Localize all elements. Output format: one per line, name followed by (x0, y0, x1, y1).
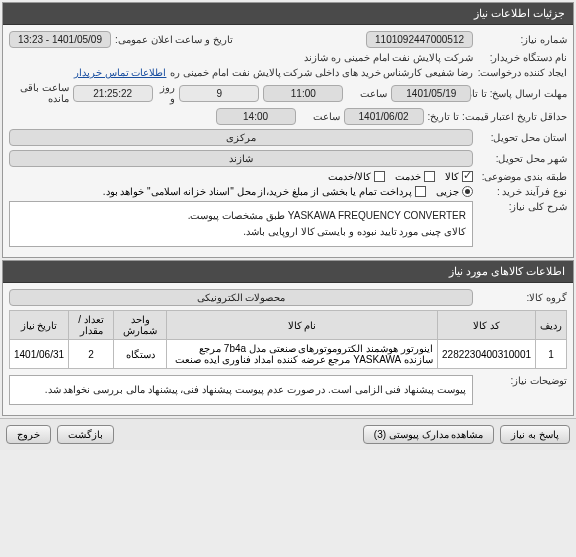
need-desc-box: YASKAWA FREQUENCY CONVERTER طبق مشخصات پ… (9, 201, 473, 247)
col-unit: واحد شمارش (114, 311, 167, 340)
process-partial-label: جزیی (436, 186, 459, 197)
price-validity-date: 1401/06/02 (344, 108, 424, 125)
price-validity-time: 14:00 (216, 108, 296, 125)
requester-value: رضا شفیعی کارشناس خرید های داخلی شرکت پا… (170, 67, 473, 78)
cell-code: 2282230400310001 (438, 340, 536, 369)
col-row: ردیف (536, 311, 567, 340)
announce-datetime-value: 1401/05/09 - 13:23 (9, 31, 111, 48)
process-note-label: پرداخت تمام یا بخشی از مبلغ خرید،از محل … (103, 186, 412, 197)
checkbox-note-icon (415, 186, 426, 197)
need-number-value: 1101092447000512 (366, 31, 473, 48)
group-value: محصولات الکترونیکی (9, 289, 473, 306)
back-button[interactable]: بازگشت (57, 425, 114, 444)
time-remaining-value: 21:25:22 (73, 85, 153, 102)
category-label: طبقه بندی موضوعی: (477, 171, 567, 182)
panel-header-details: جزئیات اطلاعات نیاز (3, 3, 573, 25)
col-name: نام کالا (167, 311, 438, 340)
announce-datetime-label: تاریخ و ساعت اعلان عمومی: (115, 34, 233, 45)
category-goods[interactable]: کالا (445, 171, 473, 182)
deadline-time-label: ساعت (347, 88, 387, 99)
process-note-check[interactable]: پرداخت تمام یا بخشی از مبلغ خرید،از محل … (103, 186, 426, 197)
days-left-value: 9 (179, 85, 259, 102)
category-group: کالا خدمت کالا/خدمت (328, 171, 473, 182)
buyer-org-label: نام دستگاه خریدار: (477, 52, 567, 63)
items-panel: اطلاعات کالاهای مورد نیاز گروه کالا: محص… (2, 260, 574, 416)
cell-date: 1401/06/31 (10, 340, 69, 369)
cell-idx: 1 (536, 340, 567, 369)
attachments-button[interactable]: مشاهده مدارک پیوستی (3) (363, 425, 495, 444)
cell-qty: 2 (69, 340, 114, 369)
col-code: کد کالا (438, 311, 536, 340)
panel-body-items: گروه کالا: محصولات الکترونیکی ردیف کد کا… (3, 283, 573, 415)
table-header-row: ردیف کد کالا نام کالا واحد شمارش تعداد /… (10, 311, 567, 340)
items-table: ردیف کد کالا نام کالا واحد شمارش تعداد /… (9, 310, 567, 369)
group-label: گروه کالا: (477, 292, 567, 303)
notes-box: پیوست پیشنهاد فنی الزامی است. در صورت عد… (9, 375, 473, 405)
process-group: جزیی پرداخت تمام یا بخشی از مبلغ خرید،از… (103, 186, 473, 197)
panel-header-items: اطلاعات کالاهای مورد نیاز (3, 261, 573, 283)
contact-buyer-link[interactable]: اطلاعات تماس خریدار (74, 67, 167, 78)
exit-button[interactable]: خروج (6, 425, 51, 444)
days-left-mid: روز و (157, 82, 176, 104)
radio-partial-icon (462, 186, 473, 197)
price-validity-label: حداقل تاریخ اعتبار قیمت: تا تاریخ: (428, 111, 567, 122)
deadline-date-value: 1401/05/19 (391, 85, 471, 102)
notes-label: توضیحات نیاز: (477, 375, 567, 386)
footer-toolbar: پاسخ به نیاز مشاهده مدارک پیوستی (3) باز… (0, 418, 576, 450)
category-service-label: خدمت (395, 171, 421, 182)
city-value: شازند (9, 150, 473, 167)
checkbox-goods-icon (462, 171, 473, 182)
requester-label: ایجاد کننده درخواست: (477, 67, 567, 78)
category-goods-service[interactable]: کالا/خدمت (328, 171, 385, 182)
reply-button[interactable]: پاسخ به نیاز (500, 425, 570, 444)
col-date: تاریخ نیاز (10, 311, 69, 340)
province-label: استان محل تحویل: (477, 132, 567, 143)
panel-body-details: شماره نیاز: 1101092447000512 تاریخ و ساع… (3, 25, 573, 257)
category-goods-service-label: کالا/خدمت (328, 171, 371, 182)
process-partial[interactable]: جزیی (436, 186, 473, 197)
cell-unit: دستگاه (114, 340, 167, 369)
need-details-panel: جزئیات اطلاعات نیاز شماره نیاز: 11010924… (2, 2, 574, 258)
price-validity-time-label: ساعت (300, 111, 340, 122)
need-number-label: شماره نیاز: (477, 34, 567, 45)
table-row[interactable]: 1 2282230400310001 اینورتور هوشمند الکتر… (10, 340, 567, 369)
province-value: مرکزی (9, 129, 473, 146)
cell-name: اینورتور هوشمند الکتروموتورهای صنعتی مدل… (167, 340, 438, 369)
checkbox-service-icon (424, 171, 435, 182)
col-qty: تعداد / مقدار (69, 311, 114, 340)
process-label: نوع فرآیند خرید : (477, 186, 567, 197)
deadline-time-value: 11:00 (263, 85, 343, 102)
checkbox-goods-service-icon (374, 171, 385, 182)
city-label: شهر محل تحویل: (477, 153, 567, 164)
deadline-label: مهلت ارسال پاسخ: تا تاریخ: (475, 88, 567, 99)
category-goods-label: کالا (445, 171, 459, 182)
need-desc-label: شرح کلی نیاز: (477, 201, 567, 212)
buyer-org-value: شرکت پالایش نفت امام خمینی ره شازند (304, 52, 473, 63)
time-remaining-suffix: ساعت باقی مانده (9, 82, 69, 104)
category-service[interactable]: خدمت (395, 171, 435, 182)
